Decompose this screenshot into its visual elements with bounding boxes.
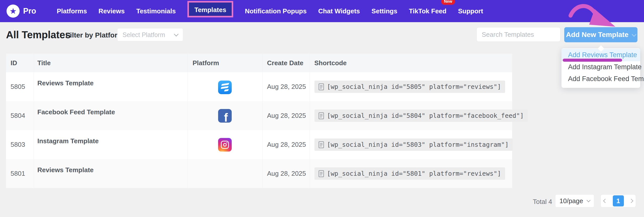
document-icon xyxy=(318,83,324,90)
nav-item-notification-popups[interactable]: Notification Popups xyxy=(245,7,307,15)
nav-item-tiktok-feed[interactable]: TikTok Feed New xyxy=(409,7,446,15)
cell-id: 5805 xyxy=(6,72,34,101)
nav-items: Platforms Reviews Testimonials Templates… xyxy=(57,3,483,19)
prev-page-button[interactable] xyxy=(603,199,608,203)
cell-title[interactable]: Reviews Template xyxy=(34,72,187,101)
platform-select-placeholder: Select Platform xyxy=(123,31,165,39)
cell-platform xyxy=(187,159,262,188)
new-badge: New xyxy=(441,0,455,5)
cell-title[interactable]: Reviews Template xyxy=(34,159,187,188)
cell-platform: f xyxy=(187,101,262,130)
per-page-value: 10/page xyxy=(559,197,583,205)
chevron-down-icon xyxy=(587,198,591,202)
cell-shortcode: [wp_social_ninja id="5804" platform="fac… xyxy=(310,101,512,130)
chevron-down-icon xyxy=(174,32,178,36)
shortcode-pill[interactable]: [wp_social_ninja id="5803" platform="ins… xyxy=(314,138,513,151)
col-header-id: ID xyxy=(6,54,34,72)
platform-select[interactable]: Select Platform xyxy=(117,28,183,41)
top-nav: ★ Pro Platforms Reviews Testimonials Tem… xyxy=(0,0,644,22)
current-page-button[interactable]: 1 xyxy=(613,195,624,206)
cell-shortcode: [wp_social_ninja id="5805" platform="rev… xyxy=(310,72,512,101)
col-header-shortcode: Shortcode xyxy=(310,54,512,72)
document-icon xyxy=(318,170,324,177)
brand-name: Pro xyxy=(23,7,36,16)
reviews-platform-icon xyxy=(218,81,232,94)
table-row: 5801 Reviews Template Aug 28, 2025 [wp_s… xyxy=(6,159,512,188)
search-box xyxy=(476,27,560,42)
nav-item-support[interactable]: Support xyxy=(458,7,483,15)
brand[interactable]: ★ Pro xyxy=(7,5,36,18)
shortcode-text: [wp_social_ninja id="5804" platform="fac… xyxy=(327,112,524,119)
cell-id: 5804 xyxy=(6,101,34,130)
cell-id: 5803 xyxy=(6,130,34,159)
cell-title[interactable]: Instagram Template xyxy=(34,130,187,159)
col-header-title: Title xyxy=(34,54,187,72)
table-row: 5805 Reviews Template Aug 28, 2025 [wp_s… xyxy=(6,72,512,101)
total-count: Total 4 xyxy=(533,198,552,206)
cell-create-date: Aug 28, 2025 xyxy=(262,101,310,130)
document-icon xyxy=(318,141,324,148)
annotation-underline xyxy=(563,59,622,62)
document-icon xyxy=(318,112,324,119)
nav-item-reviews[interactable]: Reviews xyxy=(99,7,125,15)
menu-item-add-instagram-template[interactable]: Add Instagram Template xyxy=(561,61,640,73)
nav-item-tiktok-feed-label: TikTok Feed xyxy=(409,7,446,15)
add-template-menu: Add Reviews Template Add Instagram Templ… xyxy=(561,48,640,88)
cell-platform xyxy=(187,72,262,101)
templates-table: ID Title Platform Create Date Shortcode … xyxy=(6,54,512,188)
page-title: All Templates xyxy=(6,29,71,41)
nav-item-templates[interactable]: Templates xyxy=(187,1,233,17)
nav-item-testimonials[interactable]: Testimonials xyxy=(136,7,176,15)
add-new-template-label: Add New Template xyxy=(566,31,628,39)
facebook-icon: f xyxy=(218,109,232,123)
cell-title[interactable]: Facebook Feed Template xyxy=(34,101,187,130)
cell-shortcode: [wp_social_ninja id="5801" platform="rev… xyxy=(310,159,512,188)
shortcode-text: [wp_social_ninja id="5805" platform="rev… xyxy=(327,83,501,90)
col-header-create-date: Create Date xyxy=(262,54,310,72)
add-new-template-button[interactable]: Add New Template xyxy=(564,27,637,42)
cell-create-date: Aug 28, 2025 xyxy=(262,159,310,188)
shortcode-pill[interactable]: [wp_social_ninja id="5801" platform="rev… xyxy=(314,167,505,180)
cell-shortcode: [wp_social_ninja id="5803" platform="ins… xyxy=(310,130,512,159)
pagination: 1 xyxy=(600,194,636,207)
shortcode-text: [wp_social_ninja id="5803" platform="ins… xyxy=(327,141,509,148)
search-input[interactable] xyxy=(477,27,560,42)
cell-create-date: Aug 28, 2025 xyxy=(262,130,310,159)
nav-item-settings[interactable]: Settings xyxy=(372,7,397,15)
filter-by-platform-label: Filter by Platform xyxy=(66,31,124,39)
cell-id: 5801 xyxy=(6,159,34,188)
star-logo-icon: ★ xyxy=(7,5,20,18)
next-page-button[interactable] xyxy=(629,199,633,203)
shortcode-text: [wp_social_ninja id="5801" platform="rev… xyxy=(327,170,501,177)
nav-item-platforms[interactable]: Platforms xyxy=(57,7,87,15)
chevron-down-icon xyxy=(632,32,636,37)
menu-item-add-facebook-feed-template[interactable]: Add Facebook Feed Template xyxy=(561,73,640,85)
per-page-select[interactable]: 10/page xyxy=(555,194,594,207)
table-row: 5804 Facebook Feed Template f Aug 28, 20… xyxy=(6,101,512,130)
table-row: 5803 Instagram Template Aug 28, 2025 [wp… xyxy=(6,130,512,159)
shortcode-pill[interactable]: [wp_social_ninja id="5805" platform="rev… xyxy=(314,81,505,93)
instagram-icon xyxy=(218,138,232,152)
cell-platform xyxy=(187,130,262,159)
table-header-row: ID Title Platform Create Date Shortcode xyxy=(6,54,512,72)
shortcode-pill[interactable]: [wp_social_ninja id="5804" platform="fac… xyxy=(314,110,528,122)
cell-create-date: Aug 28, 2025 xyxy=(262,72,310,101)
col-header-platform: Platform xyxy=(187,54,262,72)
nav-item-chat-widgets[interactable]: Chat Widgets xyxy=(318,7,360,15)
